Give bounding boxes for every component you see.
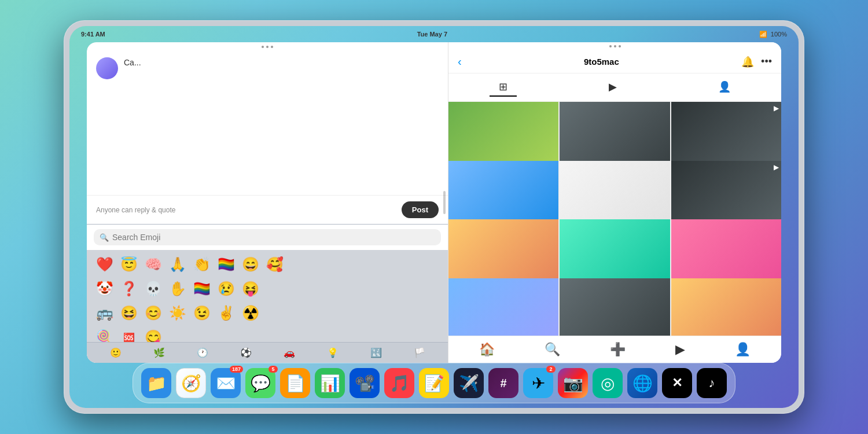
dock-app-browser[interactable]: 🌐 xyxy=(627,368,657,398)
emoji-tongue[interactable]: 😝 xyxy=(240,278,262,300)
dock-app-slack[interactable]: # xyxy=(488,368,518,398)
split-view: Ca... 🔍 xyxy=(87,42,781,363)
dot1 xyxy=(262,46,264,48)
emoji-search-inner[interactable]: 🔍 xyxy=(94,229,441,245)
dock-app-notes[interactable]: 📝 xyxy=(419,368,449,398)
compose-text: Ca... xyxy=(124,57,439,69)
ipad-frame: 9:41 AM Tue May 7 📶 100% C xyxy=(64,20,804,414)
battery-text: 100% xyxy=(771,31,787,38)
rdot2 xyxy=(614,45,616,47)
dock-app-sofa[interactable]: ◎ xyxy=(593,368,623,398)
emoji-sos[interactable]: 🆘 xyxy=(118,326,140,342)
dock: 📁 🧭 ✉️ 187 💬 5 📄 📊 📽️ 🎵 📝 ✈️ # ✈ 2 📷 ◎ xyxy=(133,363,735,403)
emoji-row-3: 🚌 😆 😊 ☀️ 😉 ✌️ ☢️ xyxy=(94,302,441,324)
more-icon[interactable]: ••• xyxy=(761,56,772,68)
dock-app-safari[interactable]: 🧭 xyxy=(176,368,206,398)
ipad-screen: 9:41 AM Tue May 7 📶 100% C xyxy=(69,26,799,408)
emoji-question[interactable]: ❓ xyxy=(118,278,140,300)
notification-icon[interactable]: 🔔 xyxy=(741,56,754,68)
dock-app-pages[interactable]: 📄 xyxy=(280,368,310,398)
dock-app-music[interactable]: 🎵 xyxy=(384,368,414,398)
cat-clock[interactable]: 🕐 xyxy=(194,346,211,359)
dot2 xyxy=(266,46,269,48)
video-icon-3: ▶ xyxy=(774,104,779,112)
emoji-row-1: ❤️ 😇 🧠 🙏 👏 🏳️‍🌈 😄 🥰 xyxy=(94,253,441,275)
emoji-lollipop[interactable]: 🍭 xyxy=(94,326,116,342)
left-panel-dots xyxy=(87,42,448,52)
post-button[interactable]: Post xyxy=(402,201,439,218)
dock-app-spark[interactable]: ✈️ xyxy=(454,368,484,398)
divider-handle[interactable] xyxy=(443,191,446,214)
dock-app-mail[interactable]: ✉️ 187 xyxy=(211,368,241,398)
emoji-flag2[interactable]: 🏳️‍🌈 xyxy=(191,278,213,300)
emoji-heart[interactable]: ❤️ xyxy=(94,253,116,275)
wifi-icon: 📶 xyxy=(759,31,767,38)
cat-travel[interactable]: 🚗 xyxy=(281,346,297,359)
mail-badge: 187 xyxy=(230,366,243,373)
emoji-skull[interactable]: 💀 xyxy=(142,278,164,300)
emoji-brain[interactable]: 🧠 xyxy=(142,253,164,275)
instagram-header: ‹ 9to5mac 🔔 ••• xyxy=(448,50,781,73)
emoji-pray[interactable]: 🙏 xyxy=(167,253,189,275)
rdot1 xyxy=(609,45,612,47)
tab-tagged[interactable]: 👤 xyxy=(709,78,740,97)
nav-add[interactable]: ➕ xyxy=(610,342,626,357)
compose-top: Ca... xyxy=(96,57,439,79)
emoji-hand[interactable]: ✋ xyxy=(167,278,189,300)
photo-cell-12[interactable]: ONE-THIRD OF CAR BUYERS SAY LACK OF CARP… xyxy=(671,278,781,336)
emoji-smile[interactable]: 😊 xyxy=(142,302,164,324)
cat-sport[interactable]: ⚽ xyxy=(238,346,254,359)
photo-grid: Apple Park Visitor Center ▶ APPLE IS NOW… xyxy=(448,102,781,336)
dock-app-keynote[interactable]: 📽️ xyxy=(350,368,380,398)
dock-app-tiktok[interactable]: ♪ xyxy=(697,368,727,398)
dock-app-messages[interactable]: 💬 5 xyxy=(245,368,275,398)
emoji-row-2: 🤡 ❓ 💀 ✋ 🏳️‍🌈 😢 😝 xyxy=(94,278,441,300)
emoji-grin[interactable]: 😄 xyxy=(240,253,262,275)
dock-app-telegram[interactable]: ✈ 2 xyxy=(523,368,553,398)
emoji-cry[interactable]: 😢 xyxy=(215,278,237,300)
dock-app-x[interactable]: ✕ xyxy=(662,368,692,398)
emoji-halo[interactable]: 😇 xyxy=(118,253,140,275)
dock-app-instagram[interactable]: 📷 xyxy=(558,368,588,398)
status-time: 9:41 AM xyxy=(81,31,105,38)
back-button[interactable]: ‹ xyxy=(458,55,462,68)
emoji-search-input[interactable] xyxy=(112,233,435,242)
emoji-category-bar: 🙂 🌿 🕐 ⚽ 🚗 💡 🔣 🏳️ xyxy=(87,342,448,363)
tab-grid[interactable]: ⊞ xyxy=(490,78,517,97)
emoji-wink[interactable]: 😉 xyxy=(191,302,213,324)
nav-home[interactable]: 🏠 xyxy=(479,342,495,357)
tab-video[interactable]: ▶ xyxy=(599,78,626,97)
cat-flags[interactable]: 🏳️ xyxy=(411,346,428,359)
nav-profile[interactable]: 👤 xyxy=(735,342,751,357)
nav-reels[interactable]: ▶ xyxy=(675,342,685,357)
emoji-laugh[interactable]: 😆 xyxy=(118,302,140,324)
emoji-radiation[interactable]: ☢️ xyxy=(240,302,262,324)
photo-cell-11[interactable]: APPLE INTELLIGENCE WON'T BE AVAILABLE IN… xyxy=(560,278,670,336)
emoji-heart-eyes[interactable]: 🥰 xyxy=(264,253,286,275)
profile-tabs: ⊞ ▶ 👤 xyxy=(448,73,781,102)
emoji-row-4: 🍭 🆘 😋 xyxy=(94,326,441,342)
emoji-sun[interactable]: ☀️ xyxy=(167,302,189,324)
emoji-rainbow-flag[interactable]: 🏳️‍🌈 xyxy=(215,253,237,275)
status-right: 📶 100% xyxy=(759,31,787,38)
dock-app-numbers[interactable]: 📊 xyxy=(315,368,345,398)
dock-app-files[interactable]: 📁 xyxy=(141,368,171,398)
status-bar: 9:41 AM Tue May 7 📶 100% xyxy=(69,26,799,42)
emoji-keyboard: 🔍 ❤️ 😇 🧠 🙏 👏 xyxy=(87,224,448,363)
profile-name: 9to5mac xyxy=(584,57,619,67)
emoji-peace[interactable]: ✌️ xyxy=(215,302,237,324)
emoji-bus[interactable]: 🚌 xyxy=(94,302,116,324)
cat-nature[interactable]: 🌿 xyxy=(151,346,167,359)
rdot3 xyxy=(619,45,621,47)
emoji-clown[interactable]: 🤡 xyxy=(94,278,116,300)
emoji-search-icon: 🔍 xyxy=(100,233,109,242)
cat-objects[interactable]: 💡 xyxy=(325,346,341,359)
cat-symbols[interactable]: 🔣 xyxy=(368,346,384,359)
cat-smiley[interactable]: 🙂 xyxy=(108,346,124,359)
nav-search[interactable]: 🔍 xyxy=(545,342,560,357)
reply-note: Anyone can reply & quote xyxy=(96,206,175,214)
photo-cell-10[interactable]: iOS 18 Apple In... xyxy=(448,278,558,336)
emoji-yum[interactable]: 😋 xyxy=(142,326,164,342)
emoji-clap[interactable]: 👏 xyxy=(191,253,213,275)
video-icon-6: ▶ xyxy=(774,163,779,171)
